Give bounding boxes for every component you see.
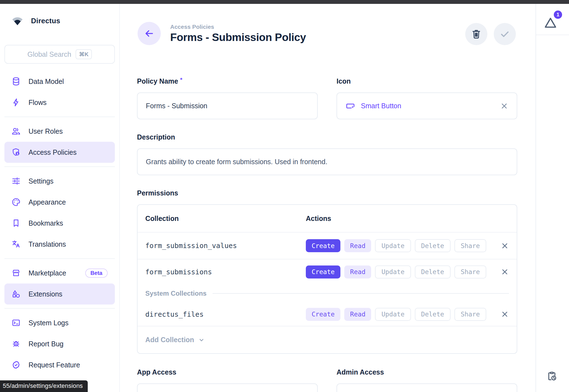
- description-field: Description Grants ability to create for…: [137, 133, 517, 175]
- remove-collection-button[interactable]: [501, 242, 509, 250]
- close-icon: [500, 102, 508, 110]
- action-chips: Create Read Update Delete Share: [306, 308, 486, 321]
- breadcrumb[interactable]: Access Policies: [170, 24, 306, 30]
- collection-name: form_submissions: [145, 268, 306, 276]
- translate-icon: [11, 239, 21, 249]
- check-icon: [499, 29, 510, 40]
- sidebar-item-appearance[interactable]: Appearance: [4, 192, 115, 213]
- remove-collection-button[interactable]: [501, 310, 509, 318]
- global-search-input[interactable]: Global Search ⌘K: [4, 45, 115, 64]
- sidebar-item-label: User Roles: [29, 127, 63, 135]
- sidebar-item-extensions[interactable]: Extensions: [4, 283, 115, 305]
- sidebar-divider: [4, 166, 115, 167]
- required-star: *: [180, 76, 182, 83]
- action-chip-share[interactable]: Share: [454, 308, 486, 321]
- trash-icon: [471, 29, 482, 40]
- notifications-button[interactable]: 1: [544, 11, 562, 29]
- icon-value: Smart Button: [361, 102, 401, 110]
- brand[interactable]: Directus: [11, 14, 119, 27]
- page-title: Forms - Submission Policy: [170, 31, 306, 43]
- close-icon: [501, 242, 509, 250]
- action-chip-delete[interactable]: Delete: [415, 239, 451, 252]
- save-button[interactable]: [494, 23, 516, 45]
- collection-name: directus_files: [145, 310, 306, 318]
- action-chip-read[interactable]: Read: [344, 239, 371, 252]
- brand-name: Directus: [31, 17, 60, 25]
- sidebar-item-label: Marketplace: [29, 269, 66, 277]
- action-chip-create[interactable]: Create: [306, 239, 340, 252]
- clear-icon-button[interactable]: [500, 102, 508, 110]
- sidebar: Directus Global Search ⌘K Data Model Flo…: [0, 4, 120, 392]
- sidebar-item-data-model[interactable]: Data Model: [4, 71, 115, 92]
- shapes-icon: [11, 289, 21, 299]
- action-chip-update[interactable]: Update: [375, 265, 411, 278]
- directus-logo-icon: [11, 14, 24, 27]
- sidebar-divider: [4, 258, 115, 259]
- sidebar-item-label: Flows: [29, 99, 46, 107]
- action-chip-read[interactable]: Read: [344, 265, 371, 278]
- shield-person-icon: [11, 148, 21, 157]
- sidebar-nav: Data Model Flows User Roles Access Polic…: [0, 71, 119, 375]
- sidebar-item-user-roles[interactable]: User Roles: [4, 121, 115, 142]
- back-button[interactable]: [138, 22, 161, 45]
- palette-icon: [11, 197, 21, 207]
- notification-count-badge: 1: [554, 11, 562, 19]
- sidebar-divider: [4, 117, 115, 117]
- notification-triangle-icon: [544, 17, 557, 29]
- system-collections-label: System Collections: [145, 290, 206, 297]
- divider-line: [213, 293, 509, 294]
- add-collection-button[interactable]: Add Collection: [138, 326, 517, 353]
- sidebar-item-marketplace[interactable]: Marketplace Beta: [4, 262, 115, 283]
- sidebar-item-label: Data Model: [29, 78, 64, 86]
- action-chip-create[interactable]: Create: [306, 265, 340, 278]
- admin-access-field: Admin Access Enabled: [337, 368, 517, 392]
- action-chips: Create Read Update Delete Share: [306, 265, 486, 278]
- bookmark-icon: [11, 218, 21, 228]
- icon-label: Icon: [337, 77, 517, 85]
- policy-name-input[interactable]: Forms - Submission: [137, 92, 318, 119]
- app-access-label: App Access: [137, 368, 318, 376]
- sidebar-item-bookmarks[interactable]: Bookmarks: [4, 213, 115, 234]
- delete-button[interactable]: [465, 23, 487, 45]
- action-chip-delete[interactable]: Delete: [415, 308, 451, 321]
- permissions-table-header: Collection Actions: [138, 205, 517, 233]
- policy-form: Policy Name* Forms - Submission Icon Sma…: [137, 77, 517, 392]
- action-chips: Create Read Update Delete Share: [306, 239, 486, 252]
- action-chip-delete[interactable]: Delete: [415, 265, 451, 278]
- action-chip-update[interactable]: Update: [375, 308, 411, 321]
- icon-input[interactable]: Smart Button: [337, 92, 517, 119]
- description-input[interactable]: Grants ability to create form submission…: [137, 148, 517, 175]
- action-chip-update[interactable]: Update: [375, 239, 411, 252]
- action-chip-share[interactable]: Share: [454, 265, 486, 278]
- action-chip-create[interactable]: Create: [306, 308, 340, 321]
- sidebar-item-access-policies[interactable]: Access Policies: [4, 142, 115, 163]
- sidebar-item-flows[interactable]: Flows: [4, 92, 115, 113]
- permission-row: form_submission_values Create Read Updat…: [138, 233, 517, 259]
- sidebar-item-settings[interactable]: Settings: [4, 171, 115, 192]
- storefront-icon: [11, 268, 21, 278]
- sidebar-item-request-feature[interactable]: Request Feature: [4, 354, 115, 375]
- sidebar-item-label: Settings: [29, 177, 53, 185]
- tune-icon: [11, 176, 21, 186]
- sidebar-item-system-logs[interactable]: System Logs: [4, 312, 115, 333]
- sidebar-item-label: Appearance: [29, 198, 66, 206]
- sidebar-item-translations[interactable]: Translations: [4, 234, 115, 255]
- chevron-down-icon: [198, 336, 205, 344]
- collection-name: form_submission_values: [145, 242, 306, 250]
- activity-button[interactable]: [547, 371, 557, 381]
- seal-check-icon: [11, 360, 21, 370]
- icon-field: Icon Smart Button: [337, 77, 517, 119]
- policy-name-label: Policy Name*: [137, 77, 318, 85]
- policy-name-field: Policy Name* Forms - Submission: [137, 77, 318, 119]
- close-icon: [501, 268, 509, 276]
- permission-row: form_submissions Create Read Update Dele…: [138, 259, 517, 284]
- system-collections-divider: System Collections: [138, 284, 517, 303]
- arrow-left-icon: [144, 28, 154, 39]
- remove-collection-button[interactable]: [501, 268, 509, 276]
- window-titlebar: [0, 0, 569, 4]
- sidebar-item-report-bug[interactable]: Report Bug: [4, 333, 115, 354]
- right-rail: 1: [536, 4, 569, 392]
- action-chip-read[interactable]: Read: [344, 308, 371, 321]
- action-chip-share[interactable]: Share: [454, 239, 486, 252]
- permissions-section: Permissions Collection Actions form_subm…: [137, 189, 517, 354]
